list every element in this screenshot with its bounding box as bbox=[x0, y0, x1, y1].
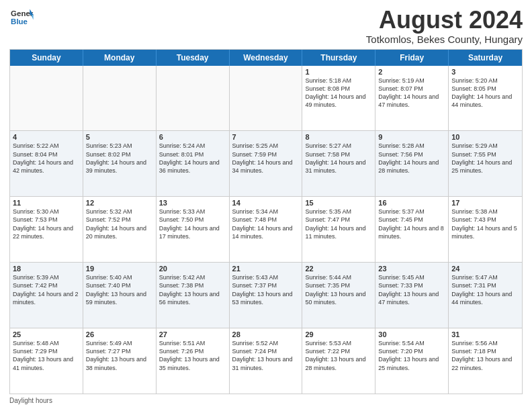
cell-info: Sunrise: 5:56 AM Sunset: 7:18 PM Dayligh… bbox=[451, 339, 519, 372]
day-number: 18 bbox=[13, 265, 80, 273]
footer-note: Daylight hours bbox=[9, 397, 523, 404]
cell-info: Sunrise: 5:28 AM Sunset: 7:56 PM Dayligh… bbox=[378, 142, 445, 175]
day-number: 7 bbox=[232, 133, 300, 141]
cell-info: Sunrise: 5:18 AM Sunset: 8:08 PM Dayligh… bbox=[305, 77, 372, 109]
cal-cell-4: 4Sunrise: 5:22 AM Sunset: 8:04 PM Daylig… bbox=[10, 131, 83, 196]
cal-cell-10: 10Sunrise: 5:29 AM Sunset: 7:55 PM Dayli… bbox=[449, 131, 522, 196]
day-number: 27 bbox=[159, 330, 226, 338]
cell-info: Sunrise: 5:54 AM Sunset: 7:20 PM Dayligh… bbox=[378, 339, 445, 372]
cal-cell-7: 7Sunrise: 5:25 AM Sunset: 7:59 PM Daylig… bbox=[230, 131, 303, 196]
cal-cell-empty-3 bbox=[230, 66, 303, 131]
cal-cell-1: 1Sunrise: 5:18 AM Sunset: 8:08 PM Daylig… bbox=[302, 66, 375, 131]
cal-cell-31: 31Sunrise: 5:56 AM Sunset: 7:18 PM Dayli… bbox=[449, 328, 522, 394]
day-number: 4 bbox=[13, 133, 80, 141]
day-number: 10 bbox=[451, 133, 519, 141]
day-number: 9 bbox=[378, 133, 445, 141]
day-number: 23 bbox=[378, 265, 445, 273]
day-number: 11 bbox=[13, 199, 80, 207]
day-number: 2 bbox=[378, 68, 445, 76]
cell-info: Sunrise: 5:47 AM Sunset: 7:31 PM Dayligh… bbox=[451, 273, 519, 306]
cal-cell-16: 16Sunrise: 5:37 AM Sunset: 7:45 PM Dayli… bbox=[375, 197, 449, 262]
page: General Blue August 2024 Totkomlos, Beke… bbox=[0, 0, 532, 411]
cell-info: Sunrise: 5:32 AM Sunset: 7:52 PM Dayligh… bbox=[86, 208, 153, 240]
cell-info: Sunrise: 5:40 AM Sunset: 7:40 PM Dayligh… bbox=[86, 273, 153, 306]
cal-cell-17: 17Sunrise: 5:38 AM Sunset: 7:43 PM Dayli… bbox=[449, 197, 522, 262]
cell-info: Sunrise: 5:48 AM Sunset: 7:29 PM Dayligh… bbox=[13, 339, 80, 372]
cell-info: Sunrise: 5:49 AM Sunset: 7:27 PM Dayligh… bbox=[86, 339, 153, 372]
cell-info: Sunrise: 5:24 AM Sunset: 8:01 PM Dayligh… bbox=[159, 142, 226, 175]
day-number: 1 bbox=[305, 68, 372, 76]
cal-cell-28: 28Sunrise: 5:52 AM Sunset: 7:24 PM Dayli… bbox=[230, 328, 303, 394]
cal-cell-3: 3Sunrise: 5:20 AM Sunset: 8:05 PM Daylig… bbox=[449, 66, 522, 131]
cell-info: Sunrise: 5:53 AM Sunset: 7:22 PM Dayligh… bbox=[305, 339, 372, 372]
day-number: 29 bbox=[305, 330, 372, 338]
subtitle: Totkomlos, Bekes County, Hungary bbox=[366, 34, 523, 45]
cell-info: Sunrise: 5:22 AM Sunset: 8:04 PM Dayligh… bbox=[13, 142, 80, 175]
cal-cell-18: 18Sunrise: 5:39 AM Sunset: 7:42 PM Dayli… bbox=[10, 263, 83, 328]
calendar-body: 1Sunrise: 5:18 AM Sunset: 8:08 PM Daylig… bbox=[10, 66, 522, 394]
day-number: 14 bbox=[232, 199, 300, 207]
cell-info: Sunrise: 5:27 AM Sunset: 7:58 PM Dayligh… bbox=[305, 142, 372, 175]
header-day-monday: Monday bbox=[83, 50, 157, 66]
day-number: 6 bbox=[159, 133, 226, 141]
calendar-row-4: 25Sunrise: 5:48 AM Sunset: 7:29 PM Dayli… bbox=[10, 328, 522, 394]
title-block: August 2024 Totkomlos, Bekes County, Hun… bbox=[366, 7, 523, 45]
svg-text:Blue: Blue bbox=[11, 17, 28, 26]
cal-cell-25: 25Sunrise: 5:48 AM Sunset: 7:29 PM Dayli… bbox=[10, 328, 83, 394]
cell-info: Sunrise: 5:25 AM Sunset: 7:59 PM Dayligh… bbox=[232, 142, 300, 175]
day-number: 28 bbox=[232, 330, 300, 338]
cell-info: Sunrise: 5:51 AM Sunset: 7:26 PM Dayligh… bbox=[159, 339, 226, 372]
day-number: 16 bbox=[378, 199, 445, 207]
day-number: 25 bbox=[13, 330, 80, 338]
cal-cell-empty-1 bbox=[83, 66, 157, 131]
cal-cell-empty-2 bbox=[157, 66, 230, 131]
cell-info: Sunrise: 5:52 AM Sunset: 7:24 PM Dayligh… bbox=[232, 339, 300, 372]
cell-info: Sunrise: 5:45 AM Sunset: 7:33 PM Dayligh… bbox=[378, 273, 445, 306]
header-day-saturday: Saturday bbox=[449, 50, 522, 66]
cell-info: Sunrise: 5:44 AM Sunset: 7:35 PM Dayligh… bbox=[305, 273, 372, 306]
day-number: 5 bbox=[86, 133, 153, 141]
day-number: 19 bbox=[86, 265, 153, 273]
cal-cell-12: 12Sunrise: 5:32 AM Sunset: 7:52 PM Dayli… bbox=[83, 197, 157, 262]
cell-info: Sunrise: 5:38 AM Sunset: 7:43 PM Dayligh… bbox=[451, 208, 519, 240]
day-number: 12 bbox=[86, 199, 153, 207]
calendar-row-0: 1Sunrise: 5:18 AM Sunset: 8:08 PM Daylig… bbox=[10, 66, 522, 132]
cal-cell-5: 5Sunrise: 5:23 AM Sunset: 8:02 PM Daylig… bbox=[83, 131, 157, 196]
calendar-row-3: 18Sunrise: 5:39 AM Sunset: 7:42 PM Dayli… bbox=[10, 263, 522, 328]
header-day-wednesday: Wednesday bbox=[230, 50, 303, 66]
header-day-friday: Friday bbox=[375, 50, 449, 66]
cal-cell-11: 11Sunrise: 5:30 AM Sunset: 7:53 PM Dayli… bbox=[10, 197, 83, 262]
cell-info: Sunrise: 5:42 AM Sunset: 7:38 PM Dayligh… bbox=[159, 273, 226, 306]
cal-cell-19: 19Sunrise: 5:40 AM Sunset: 7:40 PM Dayli… bbox=[83, 263, 157, 328]
cal-cell-29: 29Sunrise: 5:53 AM Sunset: 7:22 PM Dayli… bbox=[302, 328, 375, 394]
cell-info: Sunrise: 5:29 AM Sunset: 7:55 PM Dayligh… bbox=[451, 142, 519, 175]
cal-cell-9: 9Sunrise: 5:28 AM Sunset: 7:56 PM Daylig… bbox=[375, 131, 449, 196]
day-number: 24 bbox=[451, 265, 519, 273]
cal-cell-21: 21Sunrise: 5:43 AM Sunset: 7:37 PM Dayli… bbox=[230, 263, 303, 328]
cal-cell-22: 22Sunrise: 5:44 AM Sunset: 7:35 PM Dayli… bbox=[302, 263, 375, 328]
calendar: SundayMondayTuesdayWednesdayThursdayFrid… bbox=[9, 49, 523, 394]
logo-icon: General Blue bbox=[9, 7, 34, 27]
cal-cell-30: 30Sunrise: 5:54 AM Sunset: 7:20 PM Dayli… bbox=[375, 328, 449, 394]
cal-cell-13: 13Sunrise: 5:33 AM Sunset: 7:50 PM Dayli… bbox=[157, 197, 230, 262]
day-number: 8 bbox=[305, 133, 372, 141]
cell-info: Sunrise: 5:37 AM Sunset: 7:45 PM Dayligh… bbox=[378, 208, 445, 240]
header-day-thursday: Thursday bbox=[302, 50, 375, 66]
day-number: 31 bbox=[451, 330, 519, 338]
cal-cell-8: 8Sunrise: 5:27 AM Sunset: 7:58 PM Daylig… bbox=[302, 131, 375, 196]
calendar-header: SundayMondayTuesdayWednesdayThursdayFrid… bbox=[10, 50, 522, 66]
header: General Blue August 2024 Totkomlos, Beke… bbox=[9, 7, 523, 45]
cell-info: Sunrise: 5:20 AM Sunset: 8:05 PM Dayligh… bbox=[451, 77, 519, 109]
cell-info: Sunrise: 5:30 AM Sunset: 7:53 PM Dayligh… bbox=[13, 208, 80, 240]
cal-cell-24: 24Sunrise: 5:47 AM Sunset: 7:31 PM Dayli… bbox=[449, 263, 522, 328]
calendar-row-2: 11Sunrise: 5:30 AM Sunset: 7:53 PM Dayli… bbox=[10, 197, 522, 263]
day-number: 20 bbox=[159, 265, 226, 273]
day-number: 15 bbox=[305, 199, 372, 207]
cell-info: Sunrise: 5:39 AM Sunset: 7:42 PM Dayligh… bbox=[13, 273, 80, 306]
cell-info: Sunrise: 5:35 AM Sunset: 7:47 PM Dayligh… bbox=[305, 208, 372, 240]
cal-cell-15: 15Sunrise: 5:35 AM Sunset: 7:47 PM Dayli… bbox=[302, 197, 375, 262]
logo: General Blue bbox=[9, 7, 34, 27]
cal-cell-14: 14Sunrise: 5:34 AM Sunset: 7:48 PM Dayli… bbox=[230, 197, 303, 262]
cell-info: Sunrise: 5:33 AM Sunset: 7:50 PM Dayligh… bbox=[159, 208, 226, 240]
cell-info: Sunrise: 5:43 AM Sunset: 7:37 PM Dayligh… bbox=[232, 273, 300, 306]
